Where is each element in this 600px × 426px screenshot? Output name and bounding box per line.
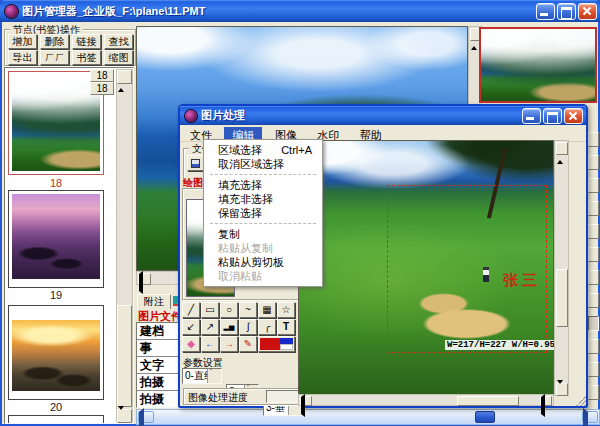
- strip-button-4[interactable]: [588, 201, 599, 216]
- tool-text-icon[interactable]: T: [277, 319, 295, 335]
- child-minimize-button[interactable]: [522, 108, 541, 124]
- menu-item-cancel-region[interactable]: 取消区域选择: [204, 157, 322, 171]
- thumbnail-list-scrollbar[interactable]: [116, 69, 133, 422]
- scrollbar-thumb[interactable]: [117, 305, 132, 407]
- child-window-title: 图片处理: [201, 108, 520, 123]
- maximize-button[interactable]: [557, 3, 576, 20]
- node-operations-group: 节点(书签)操作 增加 删除 链接 查找 导出 厂 厂 书签 缩图: [4, 29, 136, 66]
- selected-image-preview[interactable]: [479, 27, 597, 103]
- export-button[interactable]: 导出: [8, 50, 37, 65]
- flags-button[interactable]: 厂 厂: [40, 50, 69, 65]
- thumbnail-label-20: 20: [8, 401, 104, 413]
- tool-pattern-icon[interactable]: ▦: [258, 302, 276, 318]
- golfer-figure: [483, 267, 489, 282]
- menu-item-copy[interactable]: 复制: [204, 227, 322, 241]
- arrow-up-icon: [471, 29, 477, 50]
- node-number-box-bottom[interactable]: 18: [90, 82, 114, 95]
- tool-arrow-downleft-icon[interactable]: ↙: [182, 319, 200, 335]
- scrollbar-thumb[interactable]: [556, 269, 568, 327]
- resize-grip[interactable]: [576, 396, 586, 406]
- minimize-button[interactable]: [536, 3, 555, 20]
- add-button[interactable]: 增加: [8, 34, 37, 49]
- maximize-icon: [561, 7, 572, 19]
- palette-white-swatch: [280, 344, 293, 350]
- thumbnail-list: 18 19 20 18 18: [4, 67, 134, 424]
- scroll-right-button[interactable]: [540, 396, 552, 406]
- strip-button-2[interactable]: [588, 155, 599, 170]
- child-maximize-button[interactable]: [543, 108, 562, 124]
- scroll-left-button[interactable]: [138, 273, 151, 285]
- close-button[interactable]: [578, 3, 597, 20]
- strip-button-9-pressed[interactable]: [588, 316, 599, 331]
- menu-item-fill-selection[interactable]: 填充选择: [204, 178, 322, 192]
- menu-item-keep-selection[interactable]: 保留选择: [204, 206, 322, 220]
- save-button[interactable]: [187, 155, 204, 171]
- app-icon: [5, 5, 18, 18]
- menu-item-paste-from-clipboard[interactable]: 粘贴从剪切板: [204, 255, 322, 269]
- strip-button-10[interactable]: [588, 339, 599, 354]
- tool-line-icon[interactable]: ╱: [182, 302, 200, 318]
- menu-separator: [210, 174, 316, 175]
- menu-item-paste-from-copy: 粘贴从复制: [204, 241, 322, 255]
- bookmark-button[interactable]: 书签: [72, 50, 101, 65]
- tool-arrow-right-icon[interactable]: →: [220, 336, 238, 352]
- scroll-right-button[interactable]: [582, 411, 598, 423]
- find-button[interactable]: 查找: [104, 34, 133, 49]
- tool-star-icon[interactable]: ☆: [277, 302, 295, 318]
- shortcut-label: Ctrl+A: [281, 143, 312, 157]
- scroll-up-button[interactable]: [117, 70, 132, 84]
- strip-button-8[interactable]: [588, 293, 599, 308]
- notes-tab-label: 附注: [144, 296, 164, 307]
- strip-button-6[interactable]: [588, 247, 599, 262]
- bottom-hscrollbar[interactable]: [136, 409, 600, 425]
- link-button[interactable]: 链接: [72, 34, 101, 49]
- tool-eraser-icon[interactable]: ◆: [182, 336, 200, 352]
- strip-button-1[interactable]: [588, 132, 599, 147]
- strip-button-7[interactable]: [588, 270, 599, 285]
- scrollbar-thumb[interactable]: [457, 396, 519, 406]
- canvas-hscrollbar[interactable]: [298, 394, 554, 406]
- scrollbar-thumb[interactable]: [475, 411, 495, 423]
- scroll-up-button[interactable]: [556, 142, 568, 155]
- thumbnail-image-19: [12, 194, 100, 279]
- tool-curve-icon[interactable]: ~: [239, 302, 257, 318]
- dropdown-button[interactable]: [207, 369, 221, 383]
- scroll-left-button[interactable]: [138, 411, 154, 423]
- child-close-button[interactable]: [564, 108, 583, 124]
- tool-arrow-upright-icon[interactable]: ↗: [201, 319, 219, 335]
- main-window-title: 图片管理器_企业版_F:\plane\11.PMT: [22, 4, 534, 19]
- tool-color-palette[interactable]: [258, 336, 295, 352]
- tool-rectangle-icon[interactable]: ▭: [201, 302, 219, 318]
- thumbnail-button[interactable]: 缩图: [104, 50, 133, 65]
- arrow-left-icon: [139, 408, 144, 426]
- canvas-vscrollbar[interactable]: [554, 140, 569, 396]
- delete-button[interactable]: 删除: [40, 34, 69, 49]
- notes-tab[interactable]: 附注: [137, 294, 171, 309]
- tool-pen-icon[interactable]: ✎: [239, 336, 257, 352]
- node-number-box-top[interactable]: 18: [90, 69, 114, 82]
- strip-button-11[interactable]: [588, 362, 599, 377]
- tool-arc-icon[interactable]: ╭: [258, 319, 276, 335]
- tool-bars-icon[interactable]: ▂▅: [220, 319, 238, 335]
- tool-arrow-left-icon[interactable]: ←: [201, 336, 219, 352]
- scroll-down-button[interactable]: [556, 383, 568, 396]
- scroll-left-button[interactable]: [300, 396, 312, 406]
- strip-button-5[interactable]: [588, 224, 599, 239]
- main-window: 图片管理器_企业版_F:\plane\11.PMT 节点(书签)操作 增加 删除…: [0, 0, 600, 426]
- arrow-left-icon: [139, 271, 143, 294]
- menu-item-select-region[interactable]: 区域选择 Ctrl+A: [204, 143, 322, 157]
- scroll-down-button[interactable]: [117, 409, 132, 423]
- thumbnail-item-19[interactable]: [8, 190, 104, 288]
- strip-button-12[interactable]: [588, 385, 599, 400]
- strip-button-3[interactable]: [588, 178, 599, 193]
- tool-ribbon-icon[interactable]: ∫: [239, 319, 257, 335]
- tool-ellipse-icon[interactable]: ○: [220, 302, 238, 318]
- selection-rectangle[interactable]: [387, 185, 547, 353]
- line-type-dropdown[interactable]: 0-直线: [182, 368, 222, 384]
- thumbnail-image-18: [12, 75, 100, 171]
- thumbnail-image-20: [12, 320, 100, 391]
- child-app-icon: [185, 110, 197, 122]
- thumbnail-item-20[interactable]: [8, 305, 104, 400]
- menu-item-fill-inverse[interactable]: 填充非选择: [204, 192, 322, 206]
- edit-canvas[interactable]: 张三 W=217/H=227 W/H=0.956: [298, 140, 554, 396]
